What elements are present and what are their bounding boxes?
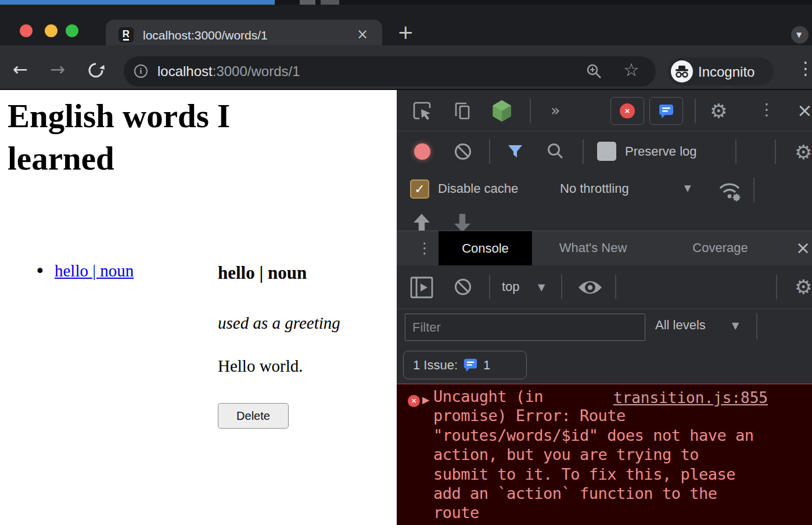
- drawer-tab-bar: ⋮ Console What's New Coverage ×: [397, 231, 812, 265]
- expand-triangle-icon[interactable]: ▶: [422, 395, 429, 405]
- network-conditions-button[interactable]: [716, 178, 743, 203]
- error-text: Uncaught (in promise) Error: Route "rout…: [433, 387, 753, 523]
- traffic-light-minimize[interactable]: [45, 24, 58, 37]
- incognito-label: Incognito: [698, 64, 754, 80]
- import-har-up-arrow-icon: [414, 214, 430, 231]
- export-har-down-arrow-icon: [454, 214, 470, 231]
- network-conditions-row: ✓ Disable cache No throttling ▼: [397, 172, 812, 213]
- console-issues-row: 1 Issue: 1: [397, 347, 812, 383]
- devtools-close-icon[interactable]: ×: [797, 101, 812, 120]
- reload-button[interactable]: [87, 62, 105, 79]
- eye-icon: [577, 278, 603, 297]
- network-har-row: [397, 213, 812, 231]
- device-toolbar-icon: [451, 100, 472, 121]
- tab-coverage[interactable]: Coverage: [674, 240, 767, 256]
- clear-console-button[interactable]: [455, 279, 471, 295]
- search-icon: [547, 142, 564, 160]
- tab-console-label: Console: [439, 231, 532, 265]
- page-content: English words I learned • hello | noun h…: [0, 90, 397, 525]
- throttling-select[interactable]: No throttling: [560, 181, 629, 196]
- divider: [735, 139, 736, 164]
- console-error-message[interactable]: × ▶ Uncaught (in promise) Error: Route "…: [397, 383, 812, 525]
- divider: [753, 178, 754, 202]
- issues-counter-button[interactable]: 1 Issue: 1: [403, 351, 527, 379]
- delete-button[interactable]: Delete: [218, 403, 289, 429]
- settings-gear-icon[interactable]: ⚙: [710, 101, 727, 121]
- network-toolbar: Preserve log ⚙: [397, 131, 812, 172]
- incognito-avatar: [671, 60, 693, 82]
- inspect-element-button[interactable]: [411, 100, 433, 122]
- divider: [695, 99, 696, 123]
- url-host: localhost: [157, 63, 213, 79]
- list-bullet: •: [35, 262, 45, 280]
- desktop-strip-gray2: [321, 0, 339, 5]
- throttling-caret-icon[interactable]: ▼: [684, 184, 691, 193]
- incognito-badge[interactable]: Incognito: [668, 57, 774, 85]
- back-button[interactable]: ←: [13, 60, 28, 78]
- address-bar[interactable]: i localhost:3000/words/1 ☆: [124, 56, 656, 87]
- preserve-log-label: Preserve log: [625, 144, 697, 159]
- clear-network-button[interactable]: [455, 143, 471, 160]
- issues-panel-button[interactable]: [649, 97, 683, 125]
- nodejs-icon: [491, 99, 513, 123]
- divider: [756, 314, 757, 339]
- zoom-icon: [586, 63, 602, 80]
- chevron-down-icon: ▼: [796, 31, 802, 38]
- browser-window: R localhost:3000/words/1 × + ▼ ← → i loc…: [0, 0, 812, 525]
- tab-console[interactable]: Console: [439, 231, 532, 265]
- record-network-button[interactable]: [414, 143, 430, 160]
- word-definition: used as a greeting: [218, 314, 340, 333]
- tab-search-button[interactable]: ▼: [791, 26, 809, 44]
- node-hexagon-icon: [491, 99, 513, 123]
- tab-close-icon[interactable]: ×: [357, 27, 368, 41]
- word-term: hello | noun: [218, 262, 307, 283]
- url-text: localhost:3000/words/1: [157, 63, 300, 80]
- divider: [489, 275, 490, 299]
- console-filter-input[interactable]: [405, 314, 645, 341]
- console-toolbar: top ▼ ⚙: [397, 265, 812, 309]
- device-toolbar-button[interactable]: [451, 100, 472, 121]
- tab-whats-new[interactable]: What's New: [546, 240, 640, 256]
- reload-icon: [87, 62, 105, 79]
- drawer-close-icon[interactable]: ×: [796, 239, 810, 257]
- zoom-button[interactable]: [586, 63, 602, 80]
- network-search-button[interactable]: [547, 142, 564, 160]
- url-path: :3000/words/1: [213, 63, 300, 79]
- issues-count: 1: [483, 358, 490, 373]
- issues-chat-icon: [463, 358, 478, 373]
- filter-funnel-icon: [506, 143, 524, 160]
- desktop-strip: [0, 0, 812, 5]
- network-filter-button[interactable]: [506, 143, 524, 160]
- network-settings-gear-icon[interactable]: ⚙: [795, 142, 812, 162]
- devtools-menu-button[interactable]: ⋮: [759, 102, 775, 118]
- levels-caret-icon[interactable]: ▼: [732, 321, 739, 330]
- devtools-main-toolbar: » × ⚙ ⋮ ×: [397, 90, 812, 131]
- tab-strip: R localhost:3000/words/1 × + ▼: [0, 5, 812, 45]
- console-sidebar-toggle[interactable]: [410, 276, 433, 299]
- browser-toolbar: ← → i localhost:3000/words/1 ☆: [0, 45, 812, 90]
- drawer-menu-button[interactable]: ⋮: [417, 240, 432, 256]
- error-icon: ×: [408, 395, 420, 407]
- forward-button[interactable]: →: [50, 60, 65, 78]
- context-caret-icon[interactable]: ▼: [538, 283, 545, 292]
- desktop-strip-gray1: [300, 0, 315, 5]
- context-selector[interactable]: top: [502, 279, 520, 294]
- site-info-icon[interactable]: i: [134, 64, 148, 78]
- traffic-light-close[interactable]: [20, 24, 33, 37]
- live-expression-button[interactable]: [577, 278, 603, 297]
- error-count-button[interactable]: ×: [610, 97, 644, 125]
- tab-title: localhost:3000/words/1: [143, 28, 268, 42]
- divider: [583, 139, 584, 164]
- divider: [776, 275, 777, 299]
- word-list-link[interactable]: hello | noun: [55, 261, 134, 281]
- log-levels-select[interactable]: All levels: [655, 318, 706, 333]
- bookmark-star-icon[interactable]: ☆: [623, 61, 639, 79]
- traffic-light-zoom[interactable]: [66, 24, 78, 37]
- disable-cache-checkbox[interactable]: ✓: [410, 179, 429, 199]
- error-source-link[interactable]: transition.js:855: [613, 389, 768, 407]
- more-panels-button[interactable]: »: [551, 102, 561, 118]
- browser-menu-button[interactable]: ⋮: [797, 60, 812, 77]
- console-settings-gear-icon[interactable]: ⚙: [795, 277, 812, 297]
- new-tab-button[interactable]: +: [397, 22, 414, 42]
- preserve-log-checkbox[interactable]: [597, 142, 616, 161]
